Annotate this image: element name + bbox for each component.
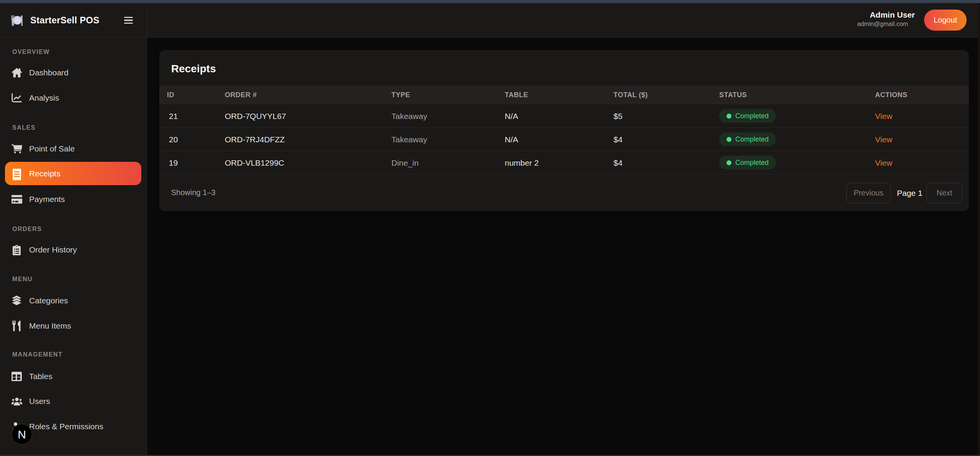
svg-text:N: N: [18, 428, 26, 441]
